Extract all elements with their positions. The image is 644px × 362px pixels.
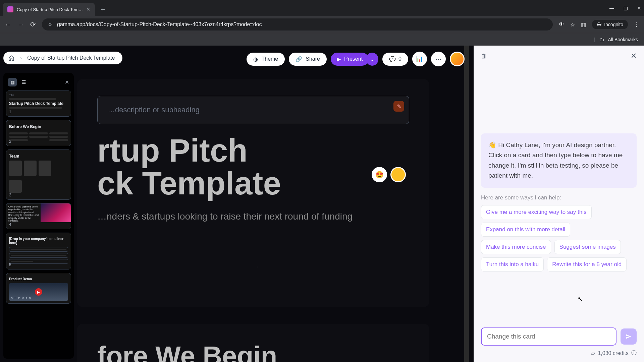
bookmarks-divider: | bbox=[594, 37, 595, 42]
home-icon[interactable] bbox=[8, 55, 15, 61]
link-icon: 🔗 bbox=[296, 56, 302, 62]
slide-title-line: ck Template bbox=[97, 165, 281, 201]
palette-icon: ◑ bbox=[253, 56, 258, 62]
ai-suggestion[interactable]: Make this more concise bbox=[481, 240, 551, 254]
slide-card-1[interactable]: ✎ …description or subheading rtup Pitch … bbox=[77, 79, 429, 307]
nav-forward-icon[interactable]: → bbox=[17, 21, 24, 28]
thumb-list-mode[interactable]: ☰ bbox=[19, 78, 28, 86]
collaborator-avatars: 😍 bbox=[372, 167, 406, 182]
panel-icon[interactable]: ▥ bbox=[581, 21, 586, 28]
thumb-title: Startup Pitch Deck Template bbox=[9, 101, 68, 106]
thumb-title: Product Demo bbox=[9, 277, 68, 281]
slide-description[interactable]: …nders & startups looking to raise their… bbox=[97, 211, 409, 222]
ai-suggestion[interactable]: Turn this into a haiku bbox=[481, 257, 544, 272]
all-bookmarks-link[interactable]: All Bookmarks bbox=[608, 37, 638, 42]
tab-close-icon[interactable]: ✕ bbox=[86, 7, 90, 12]
breadcrumb-pill: › Copy of Startup Pitch Deck Template bbox=[3, 52, 122, 64]
pencil-icon: ✎ bbox=[397, 103, 401, 110]
browser-tab[interactable]: Copy of Startup Pitch Deck Tem… ✕ bbox=[3, 3, 95, 16]
theme-label: Theme bbox=[261, 56, 278, 62]
thumb-panel-close-icon[interactable]: ✕ bbox=[65, 79, 69, 85]
credits-text: 1,030 credits bbox=[598, 350, 629, 356]
ai-send-button[interactable] bbox=[621, 328, 637, 345]
chart-icon: 📊 bbox=[416, 55, 423, 63]
slide-thumb[interactable]: Product Demo ▶ S U P M A N bbox=[6, 273, 71, 304]
thumb-sub: Overarching objective of the organizatio… bbox=[6, 203, 41, 229]
thumb-title: Before We Begin bbox=[9, 124, 68, 129]
canvas-scrollbar[interactable] bbox=[464, 46, 469, 362]
info-icon[interactable]: ⓘ bbox=[631, 350, 637, 357]
thumb-number: 1 bbox=[9, 110, 11, 114]
chevron-down-icon: ⌄ bbox=[370, 56, 374, 62]
incognito-indicator[interactable]: 🕶 Incognito bbox=[592, 20, 628, 29]
tab-title: Copy of Startup Pitch Deck Tem… bbox=[17, 7, 83, 12]
browser-tab-strip: Copy of Startup Pitch Deck Tem… ✕ ＋ ― ▢ … bbox=[0, 0, 644, 16]
panel-close-icon[interactable]: ✕ bbox=[631, 52, 637, 60]
play-icon: ▶ bbox=[337, 56, 341, 62]
site-info-icon[interactable]: ⚙ bbox=[48, 22, 52, 27]
slide-thumb[interactable]: [Drop in your company's one-liner here] … bbox=[6, 233, 71, 269]
slide-thumb[interactable]: Before We Begin 2 bbox=[6, 120, 71, 146]
ai-suggestion-list: Give me a more exciting way to say this … bbox=[481, 205, 637, 272]
slide-title[interactable]: rtup Pitch ck Template bbox=[97, 134, 409, 200]
url-field[interactable]: ⚙ gamma.app/docs/Copy-of-Startup-Pitch-D… bbox=[42, 18, 553, 31]
new-tab-button[interactable]: ＋ bbox=[100, 5, 106, 14]
thumb-number: 2 bbox=[9, 139, 11, 144]
more-menu-button[interactable]: ⋯ bbox=[431, 52, 446, 66]
eye-off-icon[interactable]: 👁 bbox=[559, 21, 564, 27]
subheading-block[interactable]: ✎ …description or subheading bbox=[97, 96, 409, 124]
slide-thumb[interactable]: Title Startup Pitch Deck Template 1 bbox=[6, 90, 71, 117]
comments-button[interactable]: 💬 0 bbox=[382, 53, 408, 66]
folder-icon: 🗀 bbox=[599, 37, 604, 42]
ai-intro-message: 👋 Hi Cathy Lane, I'm your AI design part… bbox=[481, 133, 637, 188]
ai-suggestion[interactable]: Expand on this with more detail bbox=[481, 223, 570, 237]
theme-button[interactable]: ◑ Theme bbox=[247, 53, 285, 66]
address-bar: ← → ⟳ ⚙ gamma.app/docs/Copy-of-Startup-P… bbox=[0, 16, 644, 33]
app-root: › Copy of Startup Pitch Deck Template ◑ … bbox=[0, 46, 644, 362]
present-dropdown-button[interactable]: ⌄ bbox=[366, 53, 378, 66]
dots-icon: ⋯ bbox=[435, 55, 441, 63]
clear-chat-icon[interactable]: 🗑 bbox=[481, 53, 487, 60]
subheading-placeholder: …description or subheading bbox=[108, 106, 399, 114]
window-close-icon[interactable]: ✕ bbox=[637, 5, 641, 11]
credits-icon: ▱ bbox=[591, 350, 595, 356]
thumb-number: 4 bbox=[9, 222, 11, 227]
nav-reload-icon[interactable]: ⟳ bbox=[30, 20, 36, 28]
share-button[interactable]: 🔗 Share bbox=[289, 53, 327, 66]
thumb-grid-mode[interactable]: ▦ bbox=[8, 78, 17, 86]
slide-card-2[interactable]: fore We Begin bbox=[77, 324, 429, 362]
slides-thumbnail-panel: ▦ ☰ ✕ Title Startup Pitch Deck Template … bbox=[3, 73, 74, 359]
edit-block-button[interactable]: ✎ bbox=[393, 101, 404, 112]
ai-hint-text: Here are some ways I can help: bbox=[481, 194, 637, 201]
url-text: gamma.app/docs/Copy-of-Startup-Pitch-Dec… bbox=[57, 21, 262, 27]
top-toolbar: ◑ Theme 🔗 Share ▶ Present ⌄ 💬 0 📊 ⋯ bbox=[247, 52, 465, 66]
bookmark-star-icon[interactable]: ☆ bbox=[570, 21, 575, 28]
thumb-title: Team bbox=[9, 154, 68, 159]
window-maximize-icon[interactable]: ▢ bbox=[624, 5, 628, 11]
slide-thumb[interactable]: Team 3 bbox=[6, 149, 71, 200]
user-avatar[interactable] bbox=[450, 52, 465, 66]
nav-back-icon[interactable]: ← bbox=[5, 21, 11, 28]
comment-icon: 💬 bbox=[389, 56, 396, 62]
present-label: Present bbox=[344, 56, 363, 62]
incognito-icon: 🕶 bbox=[597, 22, 601, 27]
ai-suggestion[interactable]: Rewrite this for a 5 year old bbox=[547, 257, 627, 272]
collaborator-avatar[interactable] bbox=[390, 167, 406, 182]
credits-row: ▱ 1,030 credits ⓘ bbox=[481, 350, 637, 357]
slide-title[interactable]: fore We Begin bbox=[97, 341, 409, 362]
window-minimize-icon[interactable]: ― bbox=[609, 5, 614, 11]
breadcrumb-title[interactable]: Copy of Startup Pitch Deck Template bbox=[27, 55, 115, 61]
bookmarks-bar: | 🗀 All Bookmarks bbox=[0, 33, 644, 46]
ai-suggestion[interactable]: Suggest some images bbox=[554, 240, 621, 254]
slide-thumb[interactable]: Overarching objective of the organizatio… bbox=[6, 203, 71, 229]
reaction-heart-eyes-icon[interactable]: 😍 bbox=[372, 167, 387, 182]
breadcrumb-sep: › bbox=[20, 55, 22, 61]
ai-prompt-input[interactable] bbox=[481, 327, 616, 346]
ai-design-panel: 🗑 ✕ 👋 Hi Cathy Lane, I'm your AI design … bbox=[474, 46, 644, 362]
browser-menu-icon[interactable]: ⋮ bbox=[634, 21, 639, 28]
present-button[interactable]: ▶ Present bbox=[331, 53, 369, 66]
send-icon bbox=[625, 333, 632, 340]
gamma-favicon bbox=[7, 6, 13, 12]
analytics-button[interactable]: 📊 bbox=[412, 52, 427, 66]
ai-suggestion[interactable]: Give me a more exciting way to say this bbox=[481, 205, 592, 219]
